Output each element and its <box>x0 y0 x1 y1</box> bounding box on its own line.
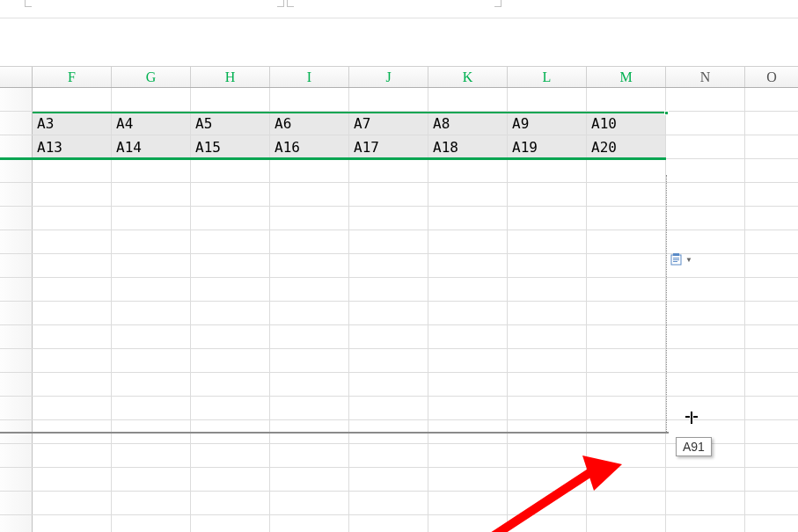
cell[interactable] <box>270 159 349 182</box>
cell[interactable] <box>191 468 270 491</box>
cell[interactable] <box>349 207 428 230</box>
col-header-j[interactable]: J <box>349 67 428 87</box>
row-header[interactable] <box>0 207 33 230</box>
row-header[interactable] <box>0 302 33 324</box>
cell[interactable] <box>270 254 349 277</box>
cell[interactable] <box>33 207 112 230</box>
col-header-n[interactable]: N <box>666 67 745 87</box>
cell[interactable] <box>508 397 587 419</box>
cell[interactable] <box>33 468 112 491</box>
col-header-m[interactable]: M <box>587 67 666 87</box>
cell[interactable] <box>666 183 745 206</box>
col-header-f[interactable]: F <box>33 67 112 87</box>
cell[interactable] <box>508 373 587 396</box>
cell[interactable] <box>112 468 191 491</box>
cell[interactable] <box>428 230 508 253</box>
col-header-g[interactable]: G <box>112 67 191 87</box>
grid-row[interactable] <box>0 349 798 373</box>
cell[interactable] <box>745 444 798 467</box>
cell[interactable] <box>428 349 508 372</box>
cell[interactable]: A4 <box>112 112 191 135</box>
cell[interactable] <box>33 373 112 396</box>
cell[interactable] <box>112 159 191 182</box>
cell[interactable] <box>745 349 798 372</box>
cell[interactable]: A13 <box>33 135 112 158</box>
cell[interactable] <box>33 325 112 348</box>
cell[interactable] <box>428 373 508 396</box>
cell[interactable] <box>745 159 798 182</box>
row-header[interactable] <box>0 468 33 491</box>
cell[interactable]: A3 <box>33 112 112 135</box>
row-header[interactable] <box>0 444 33 467</box>
cell[interactable] <box>587 230 666 253</box>
grid-row[interactable] <box>0 183 798 207</box>
cell[interactable] <box>270 88 349 111</box>
cell[interactable] <box>349 397 428 419</box>
cell[interactable] <box>508 302 587 324</box>
select-all-corner[interactable] <box>0 67 33 87</box>
row-header[interactable] <box>0 492 33 514</box>
row-header[interactable] <box>0 183 33 206</box>
cell[interactable] <box>112 302 191 324</box>
cell[interactable] <box>191 349 270 372</box>
cell[interactable] <box>191 397 270 419</box>
grid-row[interactable] <box>0 207 798 230</box>
cell[interactable] <box>349 325 428 348</box>
cell[interactable] <box>745 325 798 348</box>
cell[interactable] <box>270 349 349 372</box>
row-header[interactable] <box>0 159 33 182</box>
cell[interactable] <box>745 492 798 514</box>
cell[interactable] <box>112 349 191 372</box>
cell[interactable] <box>270 515 349 532</box>
cell[interactable] <box>270 278 349 301</box>
cell[interactable] <box>587 492 666 514</box>
cell[interactable] <box>191 183 270 206</box>
cell[interactable] <box>587 325 666 348</box>
cell[interactable] <box>349 183 428 206</box>
cell[interactable] <box>191 254 270 277</box>
cell[interactable]: A17 <box>349 135 428 158</box>
row-header[interactable] <box>0 349 33 372</box>
cell[interactable] <box>33 230 112 253</box>
spreadsheet-grid[interactable]: A3 A4 A5 A6 A7 A8 A9 A10 A13 A14 A15 A16… <box>0 88 798 532</box>
cell[interactable] <box>191 278 270 301</box>
row-header[interactable] <box>0 397 33 419</box>
cell[interactable] <box>270 444 349 467</box>
cell[interactable] <box>508 159 587 182</box>
row-header[interactable] <box>0 325 33 348</box>
cell[interactable] <box>587 278 666 301</box>
cell[interactable] <box>745 468 798 491</box>
cell[interactable] <box>112 207 191 230</box>
cell[interactable] <box>349 230 428 253</box>
cell[interactable] <box>33 302 112 324</box>
cell[interactable] <box>666 492 745 514</box>
cell[interactable] <box>745 420 798 443</box>
row-header[interactable] <box>0 515 33 532</box>
cell[interactable] <box>666 373 745 396</box>
cell[interactable] <box>349 302 428 324</box>
cell[interactable] <box>508 349 587 372</box>
cell[interactable] <box>270 207 349 230</box>
cell[interactable] <box>666 230 745 253</box>
cell[interactable] <box>508 492 587 514</box>
cell[interactable] <box>33 183 112 206</box>
cell[interactable] <box>428 159 508 182</box>
cell[interactable] <box>112 492 191 514</box>
cell[interactable]: A14 <box>112 135 191 158</box>
cell[interactable] <box>587 88 666 111</box>
cell[interactable] <box>33 492 112 514</box>
cell[interactable] <box>191 159 270 182</box>
cell[interactable] <box>587 254 666 277</box>
cell[interactable] <box>587 444 666 467</box>
cell[interactable] <box>112 373 191 396</box>
grid-row[interactable] <box>0 325 798 349</box>
cell[interactable] <box>508 444 587 467</box>
cell[interactable] <box>745 112 798 135</box>
grid-row[interactable] <box>0 230 798 254</box>
grid-row[interactable] <box>0 302 798 325</box>
cell[interactable] <box>745 397 798 419</box>
cell[interactable] <box>349 492 428 514</box>
cell[interactable]: A6 <box>270 112 349 135</box>
cell[interactable]: A10 <box>587 112 666 135</box>
cell[interactable] <box>270 373 349 396</box>
